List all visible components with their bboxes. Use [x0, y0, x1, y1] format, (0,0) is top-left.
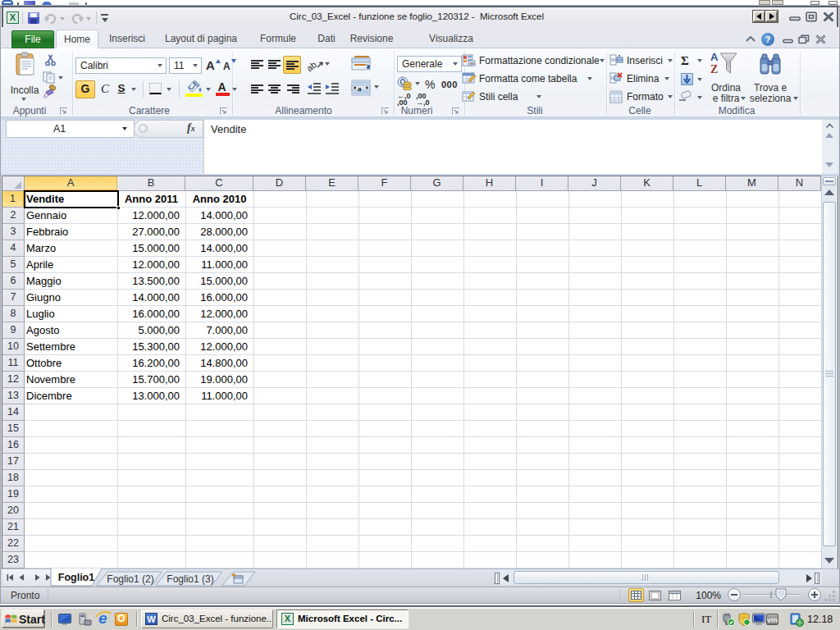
svg-text:a: a — [358, 84, 362, 93]
svg-text:ab: ab — [307, 59, 318, 73]
svg-text:ss: ss — [470, 61, 475, 66]
